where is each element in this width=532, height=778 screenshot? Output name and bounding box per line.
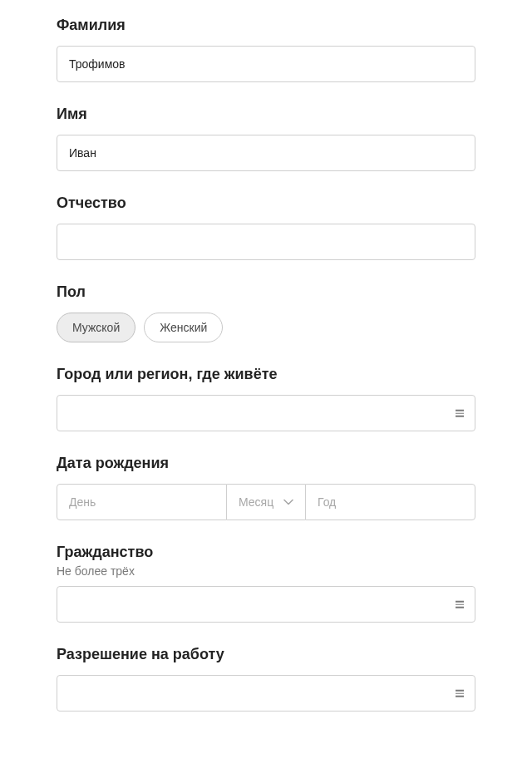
birthdate-year-input[interactable]: [305, 484, 475, 520]
patronymic-input[interactable]: [57, 224, 475, 260]
citizenship-field-group: Гражданство Не более трёх: [57, 544, 475, 623]
list-icon: [456, 410, 464, 417]
city-field-group: Город или регион, где живёте: [57, 366, 475, 431]
surname-field-group: Фамилия: [57, 17, 475, 82]
gender-female-pill[interactable]: Женский: [144, 313, 223, 342]
birthdate-month-placeholder: Месяц: [239, 495, 273, 509]
citizenship-select[interactable]: [57, 586, 475, 623]
gender-label: Пол: [57, 283, 475, 301]
work-permit-label: Разрешение на работу: [57, 646, 475, 663]
work-permit-select-wrap: [57, 675, 475, 712]
work-permit-field-group: Разрешение на работу: [57, 646, 475, 712]
city-select-wrap: [57, 395, 475, 431]
patronymic-label: Отчество: [57, 194, 475, 212]
birthdate-field-group: Дата рождения Месяц: [57, 455, 475, 520]
citizenship-label: Гражданство: [57, 544, 475, 561]
list-icon: [456, 690, 464, 697]
name-field-group: Имя: [57, 106, 475, 171]
surname-input[interactable]: [57, 46, 475, 82]
patronymic-field-group: Отчество: [57, 194, 475, 260]
citizenship-sublabel: Не более трёх: [57, 564, 475, 578]
birthdate-day-input[interactable]: [57, 484, 227, 520]
gender-male-pill[interactable]: Мужской: [57, 313, 135, 342]
birthdate-row: Месяц: [57, 484, 475, 520]
name-label: Имя: [57, 106, 475, 123]
citizenship-select-wrap: [57, 586, 475, 623]
name-input[interactable]: [57, 135, 475, 171]
list-icon: [456, 601, 464, 608]
chevron-down-icon: [283, 499, 293, 505]
birthdate-month-select[interactable]: Месяц: [227, 484, 305, 520]
gender-field-group: Пол Мужской Женский: [57, 283, 475, 342]
surname-label: Фамилия: [57, 17, 475, 34]
city-select[interactable]: [57, 395, 475, 431]
gender-pill-group: Мужской Женский: [57, 313, 475, 342]
birthdate-label: Дата рождения: [57, 455, 475, 472]
city-label: Город или регион, где живёте: [57, 366, 475, 383]
work-permit-select[interactable]: [57, 675, 475, 712]
